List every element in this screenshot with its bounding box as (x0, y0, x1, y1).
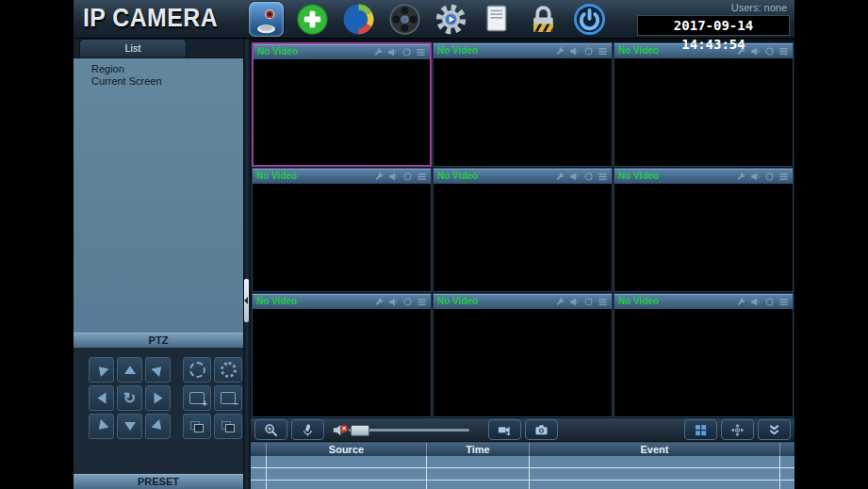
video-area[interactable] (434, 58, 612, 166)
ptz-up-left-button[interactable] (89, 357, 114, 383)
video-area[interactable] (614, 58, 793, 166)
iris-open-button[interactable] (183, 357, 211, 383)
wrench-icon[interactable] (736, 297, 746, 307)
video-cell[interactable]: No Video (614, 168, 794, 292)
snapshot-button[interactable] (525, 419, 558, 440)
settings-button[interactable] (434, 2, 468, 37)
focus-far-button[interactable] (214, 414, 242, 439)
menu-icon[interactable] (778, 171, 789, 182)
tree-item-region[interactable]: Region (78, 62, 238, 74)
record-icon[interactable] (402, 171, 413, 182)
speaker-icon[interactable] (750, 46, 761, 57)
video-cell[interactable]: No Video (252, 42, 432, 167)
lock-button[interactable] (526, 2, 561, 37)
menu-icon[interactable] (598, 46, 608, 57)
speaker-icon[interactable] (750, 171, 761, 182)
talk-button[interactable] (291, 419, 324, 440)
menu-icon[interactable] (598, 171, 608, 182)
volume-slider-handle[interactable] (351, 425, 369, 436)
wrench-icon[interactable] (555, 171, 565, 182)
speaker-icon[interactable] (388, 297, 399, 307)
manual-record-button[interactable] (488, 419, 521, 440)
menu-icon[interactable] (778, 46, 789, 57)
video-cell[interactable]: No Video (433, 293, 613, 417)
layout-grid-button[interactable] (684, 419, 717, 440)
focus-near-button[interactable] (183, 414, 211, 439)
tab-list[interactable]: List (79, 39, 187, 57)
menu-icon[interactable] (778, 297, 789, 307)
preset-section-header[interactable]: PRESET (74, 474, 243, 489)
ptz-up-button[interactable] (117, 357, 142, 383)
ptz-left-button[interactable] (89, 385, 114, 411)
fullscreen-pan-button[interactable] (721, 419, 754, 440)
ptz-down-left-button[interactable] (89, 414, 114, 439)
arrow-up-left-icon (94, 363, 108, 377)
live-view-button[interactable] (249, 2, 284, 37)
video-status-label: No Video (437, 294, 552, 309)
record-icon[interactable] (583, 46, 594, 57)
ptz-down-right-button[interactable] (145, 414, 171, 439)
mute-toggle[interactable]: × (332, 423, 346, 437)
wrench-icon[interactable] (736, 46, 746, 57)
wrench-icon[interactable] (555, 297, 565, 307)
menu-icon[interactable] (416, 47, 426, 57)
wrench-icon[interactable] (374, 297, 385, 307)
wrench-icon[interactable] (736, 171, 746, 182)
table-row (251, 468, 794, 481)
collapse-panel-button[interactable] (758, 419, 791, 440)
video-area[interactable] (253, 309, 431, 416)
record-button[interactable] (387, 2, 422, 37)
focus-near-icon (190, 421, 204, 432)
zoom-in-button[interactable] (183, 385, 211, 411)
record-icon[interactable] (402, 297, 413, 307)
sidebar-collapse-handle[interactable] (244, 279, 249, 322)
menu-icon[interactable] (417, 171, 427, 182)
ptz-right-button[interactable] (145, 385, 171, 411)
record-icon[interactable] (583, 297, 594, 307)
tree-item-current-screen[interactable]: Current Screen (78, 74, 238, 87)
video-area[interactable] (614, 309, 793, 416)
sidebar: List Region Current Screen PTZ (74, 39, 243, 489)
speaker-icon[interactable] (569, 171, 580, 182)
wrench-icon[interactable] (373, 47, 384, 57)
video-cell[interactable]: No Video (252, 293, 432, 417)
playback-button[interactable] (341, 2, 376, 37)
wrench-icon[interactable] (555, 46, 565, 57)
tree-item-label: Region (91, 63, 124, 74)
menu-icon[interactable] (417, 297, 427, 307)
video-cell[interactable]: No Video (614, 42, 794, 167)
record-icon[interactable] (401, 47, 412, 57)
video-area[interactable] (254, 59, 430, 165)
video-cell[interactable]: No Video (252, 168, 432, 292)
power-button[interactable] (572, 2, 607, 37)
video-cell[interactable]: No Video (433, 42, 613, 167)
speaker-icon[interactable] (750, 297, 761, 307)
video-area[interactable] (434, 309, 612, 416)
record-icon[interactable] (764, 297, 775, 307)
video-area[interactable] (614, 184, 793, 291)
speaker-icon[interactable] (388, 171, 399, 182)
record-icon[interactable] (583, 171, 594, 182)
log-button[interactable] (480, 2, 515, 37)
video-area[interactable] (434, 184, 612, 291)
ptz-up-right-button[interactable] (145, 357, 171, 383)
camcorder-icon (498, 423, 512, 437)
wrench-icon[interactable] (374, 171, 385, 182)
ptz-auto-rotate-button[interactable]: ↻ (117, 385, 142, 411)
video-area[interactable] (253, 184, 431, 291)
speaker-icon[interactable] (569, 297, 580, 307)
zoom-out-button[interactable] (214, 385, 242, 411)
add-device-button[interactable] (295, 2, 330, 37)
iris-close-button[interactable] (214, 357, 242, 383)
ptz-down-button[interactable] (117, 414, 142, 439)
speaker-icon[interactable] (569, 46, 580, 57)
record-icon[interactable] (764, 46, 775, 57)
video-status-label: No Video (256, 169, 371, 184)
volume-slider[interactable] (349, 424, 471, 435)
record-icon[interactable] (764, 171, 775, 182)
speaker-icon[interactable] (387, 47, 398, 57)
digital-zoom-button[interactable] (254, 419, 287, 440)
video-cell[interactable]: No Video (433, 168, 613, 292)
menu-icon[interactable] (598, 297, 608, 307)
video-cell[interactable]: No Video (614, 293, 794, 417)
